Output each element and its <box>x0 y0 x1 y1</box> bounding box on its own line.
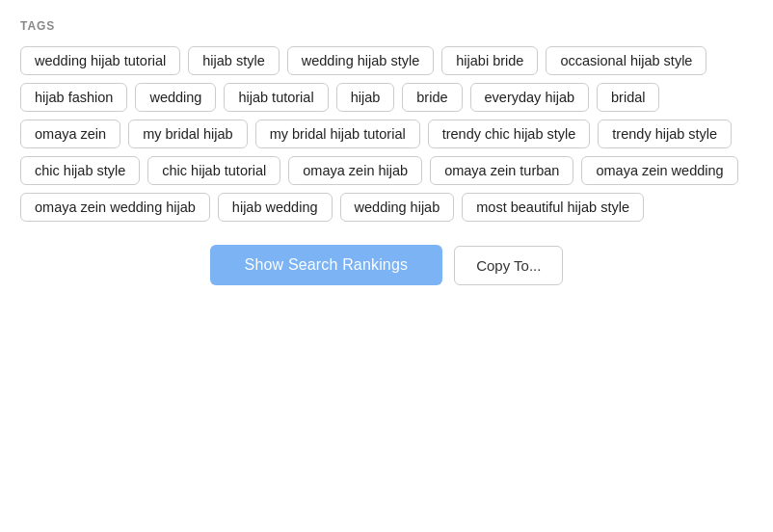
tag-item[interactable]: hijab tutorial <box>224 83 328 112</box>
tag-item[interactable]: bride <box>402 83 462 112</box>
tag-item[interactable]: omaya zein <box>20 120 120 148</box>
tag-item[interactable]: omaya zein turban <box>430 156 573 185</box>
tags-container: TAGS wedding hijab tutorialhijab stylewe… <box>20 19 753 285</box>
tag-item[interactable]: my bridal hijab <box>128 120 248 148</box>
tag-item[interactable]: most beautiful hijab style <box>462 193 644 222</box>
show-rankings-button[interactable]: Show Search Rankings <box>210 245 443 285</box>
actions-bar: Show Search Rankings Copy To... <box>20 245 753 285</box>
tag-item[interactable]: hijabi bride <box>441 46 538 75</box>
tags-area: wedding hijab tutorialhijab stylewedding… <box>20 46 753 222</box>
tag-item[interactable]: wedding hijab style <box>287 46 435 75</box>
tag-item[interactable]: wedding hijab <box>340 193 455 222</box>
tags-heading: TAGS <box>20 19 753 33</box>
tag-item[interactable]: trendy chic hijab style <box>428 120 591 148</box>
tag-item[interactable]: omaya zein wedding hijab <box>20 193 210 222</box>
tag-item[interactable]: trendy hijab style <box>598 120 732 148</box>
tag-item[interactable]: omaya zein hijab <box>288 156 422 185</box>
tag-item[interactable]: wedding hijab tutorial <box>20 46 180 75</box>
tag-item[interactable]: chic hijab style <box>20 156 140 185</box>
tag-item[interactable]: hijab <box>336 83 395 112</box>
tag-item[interactable]: everyday hijab <box>470 83 590 112</box>
tag-item[interactable]: omaya zein wedding <box>581 156 737 185</box>
tag-item[interactable]: hijab fashion <box>20 83 127 112</box>
tag-item[interactable]: chic hijab tutorial <box>147 156 280 185</box>
tag-item[interactable]: hijab style <box>188 46 279 75</box>
tag-item[interactable]: my bridal hijab tutorial <box>255 120 420 148</box>
tag-item[interactable]: hijab wedding <box>218 193 333 222</box>
tag-item[interactable]: wedding <box>135 83 216 112</box>
tag-item[interactable]: occasional hijab style <box>546 46 706 75</box>
tag-item[interactable]: bridal <box>597 83 659 112</box>
copy-to-button[interactable]: Copy To... <box>454 246 563 285</box>
